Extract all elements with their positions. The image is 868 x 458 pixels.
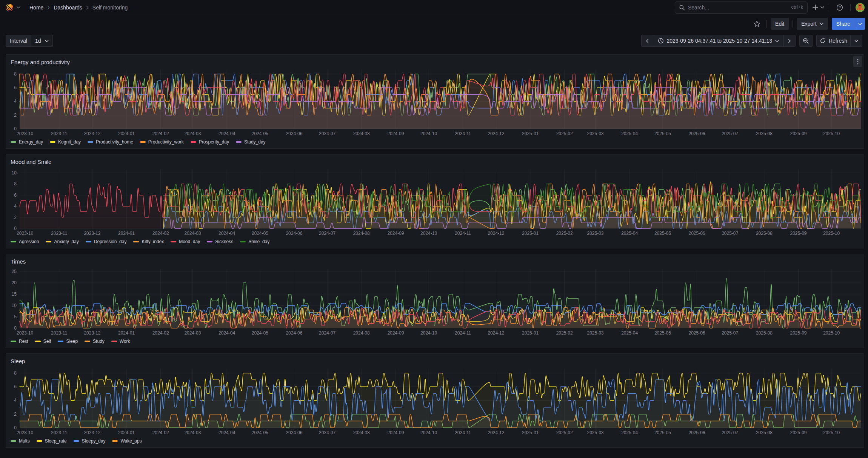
legend-item-Prosperity_day[interactable]: Prosperity_day xyxy=(191,139,229,145)
svg-text:2025-03: 2025-03 xyxy=(587,131,603,136)
svg-text:25: 25 xyxy=(12,269,17,274)
legend-swatch xyxy=(191,141,196,143)
search-input[interactable] xyxy=(675,2,808,14)
share-button[interactable]: Share xyxy=(832,18,855,30)
breadcrumb-separator-icon xyxy=(47,6,50,9)
panel-menu-button[interactable] xyxy=(853,56,862,67)
time-series-canvas[interactable]: 02468102023-102023-112023-122024-012024-… xyxy=(6,166,864,237)
legend-item-Work[interactable]: Work xyxy=(111,339,130,344)
legend-item-Sleep_rate[interactable]: Sleep_rate xyxy=(37,438,67,444)
interval-select[interactable]: 1d xyxy=(31,35,53,47)
legend-item-Sleep[interactable]: Sleep xyxy=(58,339,78,344)
legend-item-Mults[interactable]: Mults xyxy=(11,438,30,444)
legend-label: Sleepy_day xyxy=(82,438,106,444)
panel-title[interactable]: Sleep xyxy=(11,358,25,364)
svg-text:2025-10: 2025-10 xyxy=(823,430,840,435)
legend-item-Mood_day[interactable]: Mood_day xyxy=(171,239,200,244)
legend-swatch xyxy=(37,440,42,442)
svg-text:2024-04: 2024-04 xyxy=(219,430,235,435)
edit-button[interactable]: Edit xyxy=(771,18,789,30)
svg-text:2025-03: 2025-03 xyxy=(587,330,603,336)
svg-text:2: 2 xyxy=(14,215,17,220)
svg-text:2025-02: 2025-02 xyxy=(556,131,573,136)
svg-text:2025-02: 2025-02 xyxy=(556,330,573,336)
legend-swatch xyxy=(11,141,16,143)
new-button[interactable] xyxy=(812,2,824,14)
legend-item-Depression_day[interactable]: Depression_day xyxy=(86,239,127,244)
legend-item-Wake_ups[interactable]: Wake_ups xyxy=(112,438,142,444)
time-range-picker[interactable]: 2023-09-26 04:37:41 to 2025-10-27 14:41:… xyxy=(653,35,784,47)
legend-item-Anxiety_day[interactable]: Anxiety_day xyxy=(46,239,78,244)
time-series-canvas[interactable]: 024682023-102023-112023-122024-012024-02… xyxy=(6,365,864,437)
svg-text:2024-02: 2024-02 xyxy=(152,231,169,236)
legend-item-Kitty_index[interactable]: Kitty_index xyxy=(133,239,164,244)
svg-text:2025-01: 2025-01 xyxy=(522,231,539,236)
legend-swatch xyxy=(85,341,90,342)
legend-label: Anxiety_day xyxy=(54,239,78,244)
time-series-canvas[interactable]: 024682023-102023-112023-122024-012024-02… xyxy=(6,66,864,138)
svg-text:2023-11: 2023-11 xyxy=(51,430,67,435)
time-forward-button[interactable] xyxy=(783,35,796,47)
legend-item-Sickness[interactable]: Sickness xyxy=(207,239,233,244)
interval-label: Interval xyxy=(6,35,31,47)
svg-text:10: 10 xyxy=(12,303,17,308)
svg-text:4: 4 xyxy=(14,398,17,403)
legend-swatch xyxy=(88,141,93,143)
legend-label: Mults xyxy=(19,438,30,444)
legend-item-Smile_day[interactable]: Smile_day xyxy=(240,239,269,244)
user-avatar[interactable] xyxy=(855,3,865,12)
kebab-icon xyxy=(857,59,859,65)
legend-swatch xyxy=(171,241,176,242)
legend-swatch xyxy=(46,241,51,242)
svg-text:2025-04: 2025-04 xyxy=(621,430,638,435)
help-button[interactable]: ? xyxy=(834,2,846,14)
legend-item-Energy_day[interactable]: Energy_day xyxy=(11,139,43,145)
legend-item-Self[interactable]: Self xyxy=(35,339,51,344)
refresh-interval-dropdown[interactable] xyxy=(850,35,862,47)
svg-text:2024-06: 2024-06 xyxy=(286,330,302,336)
time-series-canvas[interactable]: 05101520252023-102023-112023-122024-0120… xyxy=(6,265,864,337)
svg-text:2025-09: 2025-09 xyxy=(790,231,806,236)
svg-text:2024-11: 2024-11 xyxy=(455,330,471,336)
panel-title[interactable]: Mood and Smile xyxy=(11,159,51,165)
svg-text:2025-04: 2025-04 xyxy=(621,131,638,136)
legend-label: Productivity_work xyxy=(148,139,184,145)
zoom-out-button[interactable] xyxy=(799,35,813,47)
panel-title[interactable]: Times xyxy=(11,258,26,265)
export-button[interactable]: Export xyxy=(797,18,828,30)
legend-item-Rest[interactable]: Rest xyxy=(11,339,28,344)
star-button[interactable] xyxy=(751,18,763,30)
legend-item-Agression[interactable]: Agression xyxy=(11,239,39,244)
chart-legend: MultsSleep_rateSleepy_dayWake_ups xyxy=(6,437,864,447)
legend-item-Productivity_home[interactable]: Productivity_home xyxy=(88,139,133,145)
panel-title[interactable]: Energy and productivity xyxy=(11,59,70,65)
svg-text:2024-03: 2024-03 xyxy=(184,430,201,435)
breadcrumb-home[interactable]: Home xyxy=(29,5,43,11)
svg-text:2024-11: 2024-11 xyxy=(455,430,471,435)
breadcrumb-dashboards[interactable]: Dashboards xyxy=(54,5,82,11)
legend-item-Study[interactable]: Study xyxy=(85,339,105,344)
refresh-label: Refresh xyxy=(829,38,847,44)
legend-label: Energy_day xyxy=(19,139,43,145)
legend-swatch xyxy=(11,341,16,342)
panel-header: Times xyxy=(6,254,864,265)
legend-item-Study_day[interactable]: Study_day xyxy=(236,139,266,145)
svg-text:2023-10: 2023-10 xyxy=(17,131,33,136)
svg-text:2024-07: 2024-07 xyxy=(319,430,336,435)
svg-text:2024-11: 2024-11 xyxy=(455,231,471,236)
legend-item-Productivity_work[interactable]: Productivity_work xyxy=(140,139,184,145)
time-back-button[interactable] xyxy=(641,35,653,47)
svg-text:2023-11: 2023-11 xyxy=(51,330,67,336)
org-switcher-chevron-icon[interactable] xyxy=(17,6,20,9)
chart-legend: Energy_dayKognit_dayProductivity_homePro… xyxy=(6,138,864,148)
svg-text:2023-12: 2023-12 xyxy=(84,231,100,236)
refresh-button[interactable]: Refresh xyxy=(816,35,851,47)
legend-item-Sleepy_day[interactable]: Sleepy_day xyxy=(74,438,106,444)
share-dropdown-button[interactable] xyxy=(855,18,865,30)
legend-item-Kognit_day[interactable]: Kognit_day xyxy=(50,139,81,145)
svg-text:2024-08: 2024-08 xyxy=(353,231,370,236)
svg-text:2024-02: 2024-02 xyxy=(152,131,169,136)
clock-icon xyxy=(658,38,664,44)
svg-text:2025-07: 2025-07 xyxy=(722,330,738,336)
grafana-logo-icon[interactable] xyxy=(5,3,14,12)
